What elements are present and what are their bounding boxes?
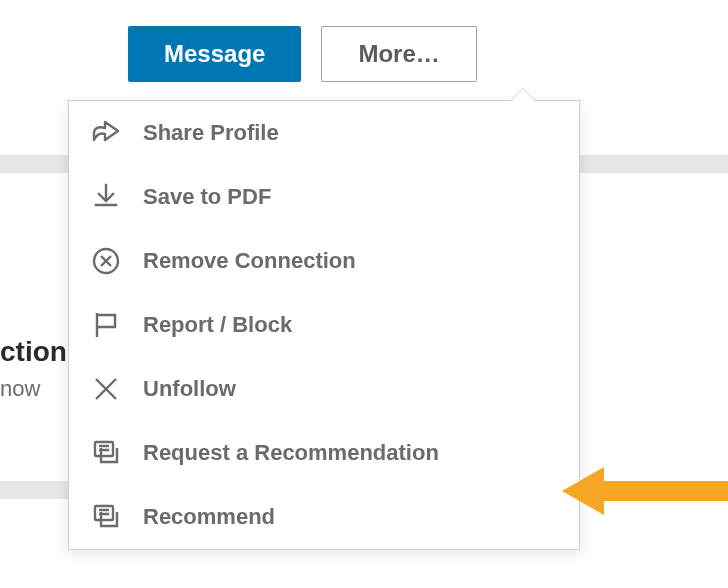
request-rec-icon bbox=[91, 438, 121, 468]
recommend-icon bbox=[91, 502, 121, 532]
download-icon bbox=[91, 182, 121, 212]
flag-icon bbox=[91, 310, 121, 340]
menu-item-label: Remove Connection bbox=[143, 248, 356, 274]
menu-item-label: Unfollow bbox=[143, 376, 236, 402]
share-icon bbox=[91, 118, 121, 148]
menu-item-report-block[interactable]: Report / Block bbox=[69, 293, 579, 357]
menu-item-remove-connection[interactable]: Remove Connection bbox=[69, 229, 579, 293]
menu-item-label: Save to PDF bbox=[143, 184, 271, 210]
menu-item-recommend[interactable]: Recommend bbox=[69, 485, 579, 549]
menu-item-share-profile[interactable]: Share Profile bbox=[69, 101, 579, 165]
remove-icon bbox=[91, 246, 121, 276]
menu-item-request-recommendation[interactable]: Request a Recommendation bbox=[69, 421, 579, 485]
partial-subtext: now bbox=[0, 376, 40, 402]
more-button[interactable]: More… bbox=[321, 26, 476, 82]
menu-item-label: Recommend bbox=[143, 504, 275, 530]
menu-item-label: Request a Recommendation bbox=[143, 440, 439, 466]
action-bar: Message More… bbox=[0, 0, 728, 82]
unfollow-icon bbox=[91, 374, 121, 404]
menu-item-save-pdf[interactable]: Save to PDF bbox=[69, 165, 579, 229]
partial-heading: ction bbox=[0, 336, 67, 368]
menu-item-unfollow[interactable]: Unfollow bbox=[69, 357, 579, 421]
menu-item-label: Share Profile bbox=[143, 120, 279, 146]
message-button[interactable]: Message bbox=[128, 26, 301, 82]
more-dropdown: Share Profile Save to PDF Remove Connect… bbox=[68, 100, 580, 550]
menu-item-label: Report / Block bbox=[143, 312, 292, 338]
